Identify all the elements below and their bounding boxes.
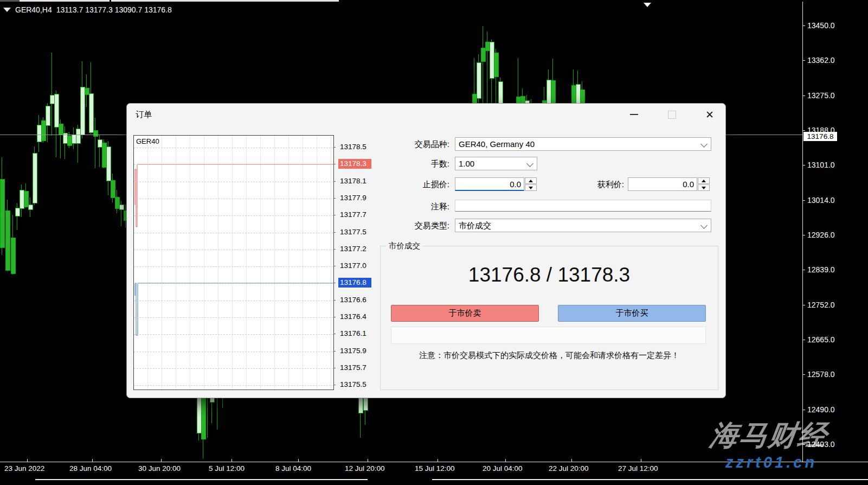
candle-body (33, 153, 37, 203)
takeprofit-increase-button[interactable] (698, 177, 710, 184)
price-axis-tick (802, 235, 805, 235)
time-axis-label: 27 Jul 12:00 (618, 464, 658, 473)
comment-input[interactable] (455, 200, 711, 212)
candle-body (28, 205, 33, 210)
tick-scale-label: 13176.8 (338, 278, 371, 288)
close-button[interactable]: ✕ (699, 107, 720, 122)
takeprofit-input[interactable]: 0.0 (628, 177, 697, 191)
tick-chart-gridline (134, 266, 333, 267)
time-axis-tick (27, 459, 28, 462)
bottom-panel-edge (35, 479, 368, 480)
symbol-dropdown-icon[interactable] (3, 8, 11, 12)
time-axis-tick (161, 459, 162, 462)
arrow-up-icon (702, 180, 706, 182)
tick-scale-tick (333, 351, 336, 352)
volume-field-label: 手数: (393, 159, 449, 169)
tick-chart-gridline (134, 368, 333, 369)
toolbar-remnant (0, 0, 868, 2)
tick-chart: GER40 13178.513178.313178.113177.913177.… (133, 135, 370, 390)
price-axis-label: 13275.0 (807, 91, 835, 100)
bid-ask-price-display: 13176.8 / 13178.3 (381, 264, 718, 286)
stoploss-increase-button[interactable] (525, 177, 537, 184)
chart-scroll-marker-icon[interactable] (644, 3, 651, 7)
price-axis-label: 12926.0 (807, 231, 835, 239)
buy-by-market-button[interactable]: 于市价买 (558, 305, 706, 322)
time-axis-tick (368, 459, 368, 462)
candle-body (89, 93, 94, 133)
execution-note: 注意：市价交易模式下的实际成交价格，可能会和请求价格有一定差异！ (381, 350, 718, 361)
tick-scale-label: 13175.7 (338, 363, 371, 373)
time-axis-label: 28 Jun 04:00 (69, 464, 112, 473)
tick-chart-gridline (134, 283, 333, 284)
stoploss-decrease-button[interactable] (525, 184, 537, 191)
candle-body (477, 62, 481, 99)
candle-body (54, 94, 59, 127)
price-axis-tick (802, 200, 805, 201)
takeprofit-stepper (698, 177, 710, 191)
price-axis-tick (802, 374, 805, 375)
price-axis-label: 13450.0 (807, 21, 835, 30)
maximize-button[interactable] (661, 107, 682, 122)
candle-body (93, 130, 98, 137)
minimize-icon (630, 114, 638, 115)
symbol-ohlc: 13113.7 13177.3 13090.7 13176.8 (56, 5, 172, 14)
tick-chart-gridline (134, 148, 333, 148)
tick-scale-label: 13176.1 (338, 329, 371, 339)
time-axis-label: 20 Jul 04:00 (483, 464, 523, 473)
price-axis-label: 12403.0 (807, 440, 835, 449)
tick-scale-label: 13177.5 (338, 227, 371, 237)
tick-chart-gridline (134, 182, 333, 182)
candle-wick (17, 203, 17, 230)
symbol-select-value: GER40, Germany 40 (459, 139, 535, 149)
symbol-select[interactable]: GER40, Germany 40 (455, 137, 711, 151)
tick-scale-tick (333, 368, 336, 368)
takeprofit-field-label: 获利价: (570, 180, 624, 190)
time-axis-label: 30 Jun 20:00 (138, 464, 181, 473)
minimize-button[interactable] (623, 107, 644, 122)
ordertype-select[interactable]: 市价成交 (455, 219, 711, 232)
time-axis-label: 5 Jul 12:00 (209, 464, 245, 473)
takeprofit-decrease-button[interactable] (698, 184, 710, 191)
price-axis-separator (802, 2, 803, 462)
sell-by-market-button[interactable]: 于市价卖 (391, 305, 539, 322)
mt4-window: GER40,H4 13113.7 13177.3 13090.7 13176.8… (0, 0, 868, 485)
time-axis-label: 15 Jul 12:00 (415, 464, 455, 473)
tick-scale-tick (333, 147, 336, 148)
ordertype-field-label: 交易类型: (393, 221, 449, 231)
status-strip (391, 327, 706, 344)
stoploss-stepper (525, 177, 537, 191)
tick-chart-gridline (134, 164, 333, 165)
chevron-down-icon (526, 160, 533, 167)
watermark-brand: 海马财经 (708, 417, 865, 455)
symbol-field-label: 交易品种: (393, 139, 449, 150)
time-axis-tick (641, 459, 641, 462)
tick-scale-label: 13177.7 (338, 210, 371, 220)
tick-scale-label: 13177.0 (338, 261, 371, 271)
tick-scale-label: 13177.9 (338, 193, 371, 203)
dialog-title: 订单 (136, 110, 152, 120)
chevron-down-icon (700, 222, 708, 229)
current-price-label: 13176.8 (803, 132, 837, 141)
time-axis-tick (92, 459, 93, 462)
candle-body (11, 238, 16, 274)
price-axis-tick (802, 165, 805, 165)
time-axis-label: 12 Jul 20:00 (345, 464, 385, 473)
tick-chart-gridline (134, 199, 333, 199)
tick-chart-gridline (134, 250, 333, 250)
candle-body (46, 106, 50, 126)
tick-scale-tick (333, 283, 336, 283)
chevron-down-icon (700, 141, 708, 148)
tick-chart-plot: GER40 (133, 135, 334, 390)
arrow-up-icon (529, 180, 533, 182)
tick-scale-tick (333, 215, 336, 215)
tick-scale-tick (333, 334, 336, 334)
symbol-name: GER40,H4 (15, 5, 52, 14)
arrow-down-icon (529, 187, 533, 189)
stoploss-input[interactable]: 0.0 (455, 177, 524, 191)
volume-select[interactable]: 1.00 (455, 157, 537, 170)
order-dialog: 订单 ✕ GER40 13178.513178.313178.113177.91… (126, 103, 726, 398)
time-axis-tick (571, 459, 572, 462)
comment-field-label: 注释: (393, 202, 449, 212)
volume-select-value: 1.00 (459, 159, 474, 168)
market-execution-group: 市价成交 13176.8 / 13178.3 于市价卖 于市价买 注意：市价交易… (380, 246, 718, 390)
